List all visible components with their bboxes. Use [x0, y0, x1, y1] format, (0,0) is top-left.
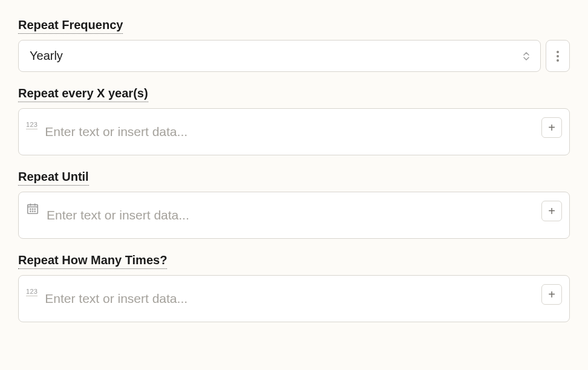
repeat-frequency-select[interactable]: Yearly: [18, 40, 541, 72]
plus-icon: +: [548, 204, 555, 218]
insert-data-button[interactable]: +: [541, 284, 562, 305]
number-type-icon: 123: [26, 121, 38, 129]
label-repeat-until: Repeat Until: [18, 170, 89, 186]
calendar-icon: [26, 202, 39, 218]
select-row: Yearly: [18, 40, 570, 72]
number-type-icon: 123: [26, 288, 38, 296]
chevron-up-down-icon: [523, 52, 529, 60]
svg-point-7: [30, 211, 31, 212]
plus-icon: +: [548, 121, 555, 135]
input-box-until: +: [18, 192, 570, 239]
input-box-every-x: 123 +: [18, 108, 570, 155]
svg-point-4: [30, 209, 31, 209]
dots-vertical-icon: [557, 51, 559, 62]
plus-icon: +: [548, 288, 555, 302]
field-repeat-how-many: Repeat How Many Times? 123 +: [18, 253, 570, 322]
repeat-frequency-value: Yearly: [30, 49, 63, 63]
svg-point-9: [34, 211, 35, 212]
repeat-every-x-input[interactable]: [45, 125, 534, 139]
field-repeat-until: Repeat Until +: [18, 170, 570, 239]
insert-data-button[interactable]: +: [541, 117, 562, 138]
repeat-until-input[interactable]: [47, 208, 534, 222]
input-box-how-many: 123 +: [18, 275, 570, 322]
label-repeat-every-x: Repeat every X year(s): [18, 86, 148, 102]
svg-point-8: [32, 211, 33, 212]
label-repeat-how-many: Repeat How Many Times?: [18, 253, 167, 269]
repeat-how-many-input[interactable]: [45, 291, 534, 306]
field-repeat-every-x: Repeat every X year(s) 123 +: [18, 86, 570, 155]
insert-data-button[interactable]: +: [541, 201, 562, 221]
svg-point-5: [32, 209, 33, 209]
label-repeat-frequency: Repeat Frequency: [18, 18, 123, 34]
frequency-more-button[interactable]: [546, 40, 570, 72]
field-repeat-frequency: Repeat Frequency Yearly: [18, 18, 570, 72]
svg-point-6: [34, 209, 35, 209]
